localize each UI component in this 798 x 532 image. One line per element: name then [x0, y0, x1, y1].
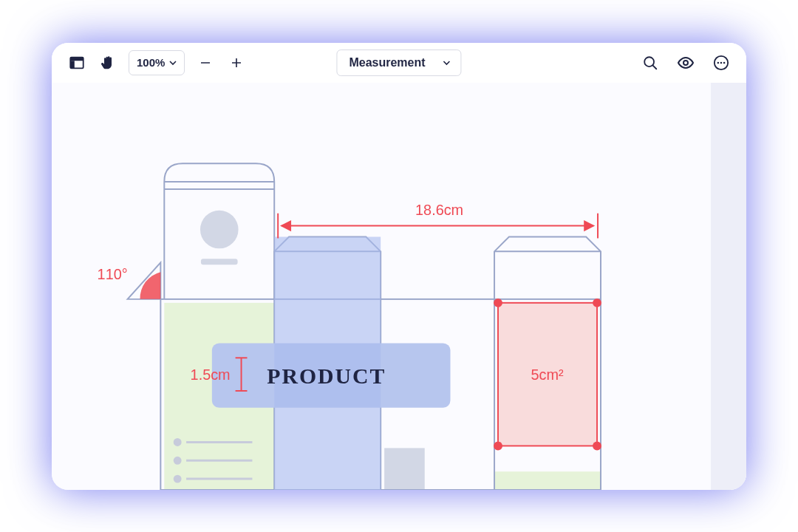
app-window: 100% Measurement	[52, 43, 746, 490]
search-button[interactable]	[640, 52, 661, 73]
chevron-down-icon	[443, 59, 451, 66]
selection-handle[interactable]	[494, 298, 502, 307]
dieline-drawing: 5cm² PRODUCT 1.5cm	[52, 83, 746, 490]
zoom-value: 100%	[137, 56, 165, 69]
canvas[interactable]: 5cm² PRODUCT 1.5cm	[52, 83, 746, 490]
minus-icon	[199, 56, 212, 69]
angle-measurement: 110°	[98, 266, 128, 282]
svg-rect-1	[70, 57, 83, 61]
angle-indicator	[140, 272, 161, 299]
svg-point-8	[683, 61, 688, 65]
svg-rect-14	[494, 471, 601, 490]
svg-point-28	[174, 457, 180, 463]
layout-icon	[69, 55, 85, 71]
zoom-in-button[interactable]	[226, 52, 247, 73]
svg-point-12	[723, 61, 726, 64]
svg-line-7	[653, 65, 657, 69]
svg-point-26	[174, 439, 180, 445]
hand-icon	[100, 55, 115, 70]
toolbar: 100% Measurement	[52, 43, 746, 83]
zoom-out-button[interactable]	[195, 52, 216, 73]
more-options-button[interactable]	[711, 52, 732, 73]
svg-marker-37	[282, 221, 290, 230]
selection-handle[interactable]	[494, 441, 502, 450]
product-text: PRODUCT	[267, 364, 386, 388]
text-height-measurement: 1.5cm	[191, 366, 231, 383]
area-measurement: 5cm²	[531, 366, 563, 383]
tool-mode-label: Measurement	[349, 56, 425, 69]
preview-button[interactable]	[675, 52, 696, 73]
plus-icon	[230, 56, 243, 69]
eye-icon	[677, 54, 695, 72]
search-icon	[642, 55, 658, 71]
zoom-dropdown[interactable]: 100%	[129, 50, 185, 75]
layout-panel-button[interactable]	[66, 52, 87, 73]
svg-rect-25	[201, 259, 238, 265]
selection-handle[interactable]	[593, 441, 601, 450]
svg-point-30	[174, 476, 180, 482]
svg-point-10	[717, 61, 720, 64]
selection-handle[interactable]	[593, 298, 601, 307]
svg-point-24	[200, 210, 239, 248]
svg-rect-15	[384, 448, 425, 490]
svg-marker-38	[584, 221, 593, 230]
chevron-down-icon	[169, 59, 177, 66]
svg-point-11	[720, 61, 723, 64]
tool-mode-dropdown[interactable]: Measurement	[336, 50, 461, 76]
pan-tool-button[interactable]	[98, 52, 118, 73]
svg-rect-2	[70, 61, 75, 68]
width-measurement: 18.6cm	[415, 201, 463, 217]
more-icon	[713, 55, 729, 71]
